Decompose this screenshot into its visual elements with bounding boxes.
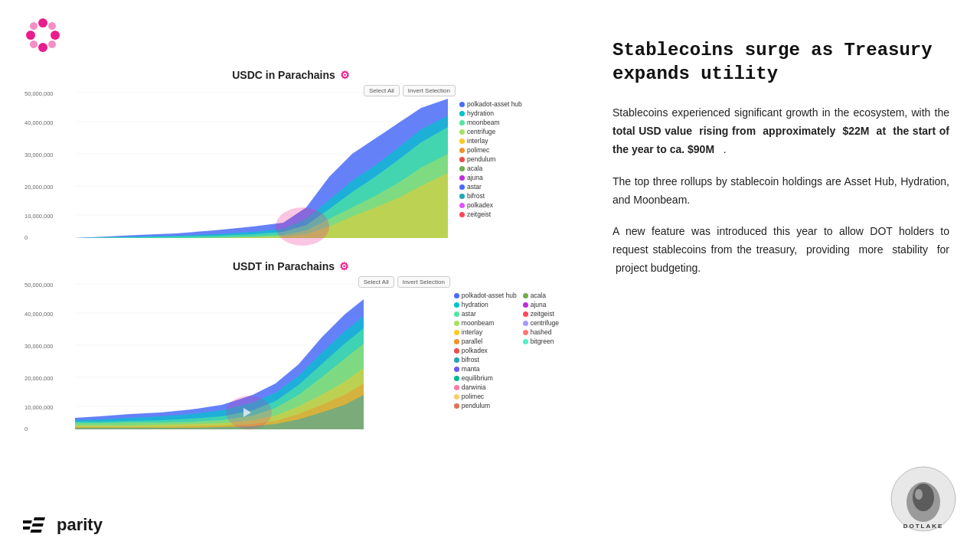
parity-logo: parity: [23, 514, 103, 536]
usdc-chart-container: USDC in Parachains ⚙ Select All Invert S…: [23, 69, 559, 249]
legend-item: parallel: [454, 337, 517, 345]
legend-item: equilibrium: [454, 374, 517, 382]
right-panel: Stablecoins surge as Treasury expands ut…: [582, 0, 980, 551]
legend-item: moonbeam: [454, 319, 517, 327]
legend-item: polkadex: [454, 347, 517, 354]
legend-item: moonbeam: [459, 119, 559, 126]
svg-text:10,000,000: 10,000,000: [24, 213, 54, 220]
svg-point-5: [48, 22, 56, 30]
usdc-title-text: USDC in Parachains: [232, 69, 335, 81]
svg-text:2024-03-10: 2024-03-10: [207, 436, 234, 437]
svg-point-7: [48, 41, 56, 48]
parity-label: parity: [57, 515, 103, 535]
polkadot-logo-icon: [23, 15, 63, 55]
left-panel: USDC in Parachains ⚙ Select All Invert S…: [0, 0, 582, 551]
svg-text:2024-04-27: 2024-04-27: [236, 436, 263, 437]
polkadot-logo-area: [23, 15, 63, 58]
usdt-select-all-button[interactable]: Select All: [358, 276, 394, 288]
svg-text:30,000,000: 30,000,000: [24, 343, 54, 350]
legend-item: zeitgeist: [459, 210, 559, 218]
svg-text:2024-10-12: 2024-10-12: [381, 245, 409, 246]
article-title: Stablecoins surge as Treasury expands ut…: [612, 38, 949, 86]
legend-item: astar: [459, 183, 559, 191]
svg-text:50,000,000: 50,000,000: [24, 282, 54, 289]
svg-text:2023-08-31: 2023-08-31: [75, 436, 103, 437]
usdt-chart-title: USDT in Parachains ⚙: [23, 260, 559, 272]
usdc-chart-wrapper: Select All Invert Selection 50,000,000 4…: [23, 85, 559, 249]
legend-item: polkadot-asset hub: [454, 292, 517, 299]
article-paragraph-2: The top three rollups by stablecoin hold…: [612, 173, 949, 210]
article-paragraph-1: Stablecoins experienced significant grow…: [612, 104, 949, 158]
legend-item: ajuna: [523, 301, 559, 308]
dotlake-logo-icon: DOTLAKE: [890, 465, 957, 533]
charts-area: USDC in Parachains ⚙ Select All Invert S…: [23, 69, 559, 440]
svg-text:2023-12-05: 2023-12-05: [142, 436, 170, 437]
usdt-chart-svg: 50,000,000 40,000,000 30,000,000 20,000,…: [23, 276, 368, 437]
usdc-select-all-button[interactable]: Select All: [364, 85, 400, 96]
usdt-legend: polkadot-asset hub hydration astar moonb…: [454, 276, 559, 440]
legend-item: hydration: [454, 301, 517, 308]
svg-rect-70: [32, 523, 44, 527]
svg-rect-68: [23, 527, 31, 530]
svg-rect-69: [34, 517, 45, 520]
svg-text:2023-12-11: 2023-12-11: [152, 245, 179, 246]
legend-item: polimec: [459, 146, 559, 154]
legend-item: acala: [523, 292, 559, 299]
usdc-chart-buttons: Select All Invert Selection: [364, 85, 456, 96]
svg-point-75: [915, 489, 923, 500]
svg-point-6: [30, 41, 38, 48]
svg-point-3: [51, 31, 60, 40]
usdt-chart-wrapper: Select All Invert Selection 50,000,000 4…: [23, 276, 559, 440]
usdt-chart-buttons: Select All Invert Selection: [358, 276, 450, 288]
svg-text:2024-03-22: 2024-03-22: [228, 245, 256, 246]
legend-item: hydration: [459, 109, 559, 117]
dotlake-logo-area: DOTLAKE: [890, 465, 957, 536]
usdt-title-icon: ⚙: [339, 260, 349, 272]
usdc-title-icon: ⚙: [340, 69, 350, 81]
legend-item: pendulum: [454, 402, 517, 409]
legend-item: interlay: [454, 328, 517, 336]
usdt-invert-selection-button[interactable]: Invert Selection: [397, 276, 450, 288]
usdc-chart-svg: 50,000,000 40,000,000 30,000,000 20,000,…: [23, 85, 452, 246]
svg-point-2: [26, 31, 35, 40]
svg-text:2024-01-31: 2024-01-31: [190, 245, 217, 246]
svg-text:2024-12-02: 2024-12-02: [420, 245, 447, 246]
svg-rect-71: [31, 530, 42, 533]
svg-text:10,000,000: 10,000,000: [24, 404, 54, 411]
svg-text:2023-08-31: 2023-08-31: [75, 245, 103, 246]
parity-logo-icon: [23, 514, 51, 536]
svg-point-0: [38, 18, 47, 28]
usdc-invert-selection-button[interactable]: Invert Selection: [403, 85, 456, 96]
article-body: Stablecoins experienced significant grow…: [612, 104, 949, 291]
svg-text:50,000,000: 50,000,000: [24, 90, 54, 97]
legend-item: darwinia: [454, 383, 517, 391]
legend-item: astar: [454, 310, 517, 318]
svg-text:20,000,000: 20,000,000: [24, 184, 54, 191]
svg-text:2024-06-14: 2024-06-14: [265, 436, 292, 437]
usdt-title-text: USDT in Parachains: [233, 260, 335, 272]
legend-item: polkadot-asset hub: [459, 100, 559, 108]
usdc-svg-area: Select All Invert Selection 50,000,000 4…: [23, 85, 456, 249]
legend-item: polkadex: [459, 201, 559, 209]
legend-item: acala: [459, 165, 559, 172]
svg-text:30,000,000: 30,000,000: [24, 152, 54, 158]
article-paragraph-3: A new feature was introduced this year t…: [612, 223, 949, 277]
legend-item: bifrost: [459, 192, 559, 200]
usdc-legend: polkadot-asset hub hydration moonbeam ce…: [459, 85, 559, 249]
svg-point-1: [38, 43, 47, 52]
svg-text:2023-10-21: 2023-10-21: [113, 245, 141, 246]
legend-item: centrifuge: [459, 128, 559, 135]
svg-text:2024-05-12: 2024-05-12: [266, 245, 294, 246]
legend-item: pendulum: [459, 155, 559, 163]
svg-point-4: [30, 22, 38, 30]
svg-text:2024-07-02: 2024-07-02: [305, 245, 332, 246]
legend-item: manta: [454, 365, 517, 373]
usdt-chart-container: USDT in Parachains ⚙ Select All Invert S…: [23, 260, 559, 440]
legend-item: bitgreen: [523, 337, 559, 345]
legend-item: ajuna: [459, 174, 559, 181]
legend-item: centrifuge: [523, 319, 559, 327]
svg-point-25: [276, 207, 329, 246]
svg-text:2024-08-01: 2024-08-01: [294, 436, 322, 437]
svg-text:2024-01-22: 2024-01-22: [176, 436, 204, 437]
legend-item: zeitgeist: [523, 310, 559, 318]
